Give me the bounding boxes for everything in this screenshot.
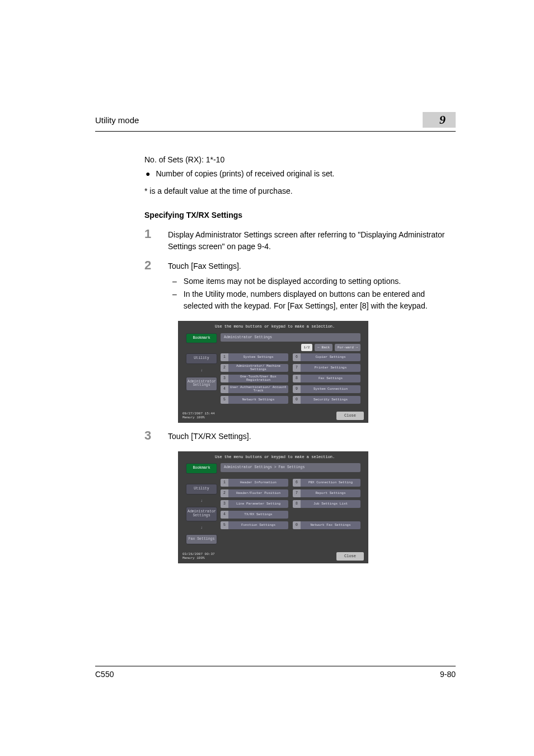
step-number-3: 3 xyxy=(144,430,154,442)
utility-tab[interactable]: Utility xyxy=(186,484,217,494)
arrow-down-icon: ↓ xyxy=(186,367,217,374)
system-settings-button[interactable]: 1System Settings xyxy=(221,353,288,361)
fax-settings-screenshot: Use the menu buttons or keypad to make a… xyxy=(178,451,456,563)
memory-status: Memory 100% xyxy=(182,557,215,561)
section-heading: Specifying TX/RX Settings xyxy=(144,209,456,221)
fax-settings-tab[interactable]: Fax Settings xyxy=(186,534,217,545)
arrow-down-icon: ↓ xyxy=(186,525,217,531)
bullet-icon: ● xyxy=(146,168,150,180)
sets-line: No. of Sets (RX): 1*-10 xyxy=(144,154,456,166)
admin-machine-button[interactable]: 2Administrator/ Machine Settings xyxy=(221,364,288,372)
header-title: Utility mode xyxy=(95,115,139,125)
page-header: Utility mode 9 xyxy=(95,112,456,128)
chapter-number: 9 xyxy=(423,112,456,128)
utility-tab[interactable]: Utility xyxy=(186,353,217,364)
default-note: * is a default value at the time of purc… xyxy=(144,185,456,197)
security-settings-button[interactable]: 0Security Settings xyxy=(293,396,360,404)
onetouch-box-button[interactable]: 3One-Touch/User Box Registration xyxy=(221,375,288,382)
admin-settings-tab[interactable]: Administrator Settings xyxy=(186,377,217,391)
close-button[interactable]: Close xyxy=(336,552,364,561)
screen-instruction: Use the menu buttons or keypad to make a… xyxy=(215,454,364,460)
forward-button[interactable]: For-ward → xyxy=(335,344,360,351)
step2-sub1: Some items may not be displayed accordin… xyxy=(184,276,401,287)
header-info-button[interactable]: 1Header Information xyxy=(221,479,288,487)
user-auth-button[interactable]: 4User Authentication/ Account Track xyxy=(221,385,288,393)
arrow-down-icon: ↓ xyxy=(186,498,217,504)
line-parameter-button[interactable]: 3Line Parameter Setting xyxy=(221,500,288,508)
bookmark-tab[interactable]: Bookmark xyxy=(186,463,217,474)
memory-status: Memory 100% xyxy=(182,416,215,420)
system-connection-button[interactable]: 9System Connection xyxy=(293,385,360,393)
dash-icon: – xyxy=(172,288,177,312)
admin-settings-screenshot: Use the menu buttons or keypad to make a… xyxy=(178,321,456,423)
close-button[interactable]: Close xyxy=(336,412,364,420)
copier-settings-button[interactable]: 6Copier Settings xyxy=(293,353,360,361)
step-number-2: 2 xyxy=(144,259,154,272)
printer-settings-button[interactable]: 7Printer Settings xyxy=(293,364,360,372)
breadcrumb: Administrator Settings xyxy=(221,333,360,342)
step-text-1: Display Administrator Settings screen af… xyxy=(168,229,456,253)
breadcrumb: Administrator Settings > Fax Settings xyxy=(221,463,360,472)
function-settings-button[interactable]: 5Function Settings xyxy=(221,521,288,529)
network-fax-button[interactable]: 0Network Fax Settings xyxy=(293,521,360,529)
screen-instruction: Use the menu buttons or keypad to make a… xyxy=(215,324,364,330)
bookmark-tab[interactable]: Bookmark xyxy=(186,333,217,344)
footer-page-number: 9-80 xyxy=(440,670,456,679)
txrx-settings-button[interactable]: 4TX/RX Settings xyxy=(221,511,288,519)
fax-settings-button[interactable]: 8Fax Settings xyxy=(293,375,360,382)
page-footer: C550 9-80 xyxy=(95,666,456,679)
step-number-1: 1 xyxy=(144,228,154,240)
footer-model: C550 xyxy=(95,670,114,679)
header-footer-pos-button[interactable]: 2Header/Footer Position xyxy=(221,489,288,497)
back-button[interactable]: ← Back xyxy=(315,344,332,351)
header-divider xyxy=(95,131,456,132)
step-text-2: Touch [Fax Settings]. xyxy=(168,260,456,272)
footer-divider xyxy=(95,666,456,666)
pbx-connection-button[interactable]: 6PBX Connection Setting xyxy=(293,479,360,487)
page-indicator: 1/2 xyxy=(301,344,313,351)
network-settings-button[interactable]: 5Network Settings xyxy=(221,396,288,404)
bullet-text: Number of copies (prints) of received or… xyxy=(156,168,334,180)
admin-settings-tab[interactable]: Administrator Settings xyxy=(186,507,217,521)
step2-sub2: In the Utility mode, numbers displayed o… xyxy=(184,288,456,312)
dash-icon: – xyxy=(172,276,177,287)
report-settings-button[interactable]: 7Report Settings xyxy=(293,489,360,497)
job-settings-list-button[interactable]: 8Job Settings List xyxy=(293,500,360,508)
step-text-3: Touch [TX/RX Settings]. xyxy=(168,431,456,442)
